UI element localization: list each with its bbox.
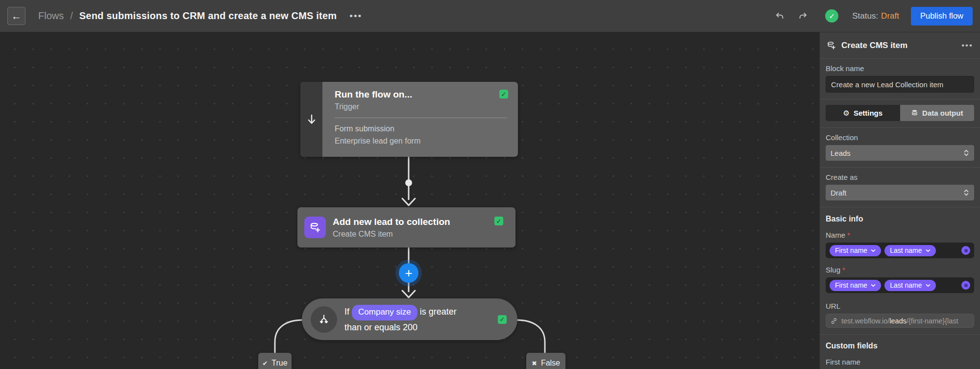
check-icon: ✓ [496,218,502,225]
cms-add-icon [304,217,326,238]
chevron-down-icon [871,284,876,287]
trigger-detail-type: Form submission [335,124,507,133]
add-step-button[interactable]: + [399,263,418,283]
slug-label-text: Slug [826,266,840,274]
name-field-input[interactable]: First name Last name [826,243,974,258]
create-as-value: Draft [831,189,847,197]
chevron-down-icon [871,249,876,252]
name-pill-first-name[interactable]: First name [830,245,881,256]
required-marker: * [847,231,850,239]
collection-value: Leads [831,149,851,157]
slug-pill-first-name[interactable]: First name [830,280,881,291]
data-output-icon [911,109,918,117]
collection-section: Collection Leads [820,128,980,168]
trigger-detail-form: Enterprise lead gen form [335,137,507,146]
true-branch-label: True [271,359,287,368]
status-text: Status:Draft [852,11,899,21]
saved-check-icon: ✓ [825,9,838,23]
connector-dot [405,179,412,186]
url-text: test.webflow.io/leads/{first-name}{last [841,317,958,325]
panel-title: Create CMS item [841,41,907,50]
custom-fields-heading: Custom fields [826,342,974,350]
custom-fields-section: Custom fields First name [820,335,980,369]
check-icon: ✓ [501,91,507,98]
trigger-subtitle: Trigger [335,102,507,111]
status-label: Status: [852,11,878,21]
trigger-body: Run the flow on... Trigger Form submissi… [322,82,518,157]
url-preview-field: test.webflow.io/leads/{first-name}{last [826,314,974,328]
more-options-icon[interactable]: ••• [349,11,362,22]
tab-settings-label: Settings [854,109,882,117]
tab-settings[interactable]: ⚙ Settings [826,105,900,121]
condition-operator: is greater [420,307,457,317]
create-as-select[interactable]: Draft [826,185,974,200]
action-title: Add new lead to collection [333,217,450,227]
create-as-label: Create as [826,173,974,181]
url-prefix: test.webflow.io/ [841,317,889,325]
basic-info-section: Basic info Name* First name Last name Sl… [820,207,980,335]
collection-select[interactable]: Leads [826,145,974,161]
chevron-down-icon [926,284,931,287]
required-marker: * [842,266,845,274]
plus-icon: + [405,266,412,281]
gear-icon: ⚙ [843,109,849,117]
action-node-text: Add new lead to collection Create CMS it… [333,217,450,239]
slug-pill-last-name[interactable]: Last name [884,280,935,291]
condition-text: If Company size is greater than or equal… [344,305,457,334]
variable-dot-icon[interactable] [961,246,970,255]
create-as-section: Create as Draft [820,168,980,207]
trigger-node[interactable]: Run the flow on... Trigger Form submissi… [300,82,518,157]
false-branch-button[interactable]: ✖ False [526,353,565,369]
url-label: URL [826,302,974,310]
condition-status-checkbox[interactable]: ✓ [498,315,507,324]
condition-node[interactable]: If Company size is greater than or equal… [302,298,517,340]
condition-variable-pill[interactable]: Company size [352,305,417,320]
trigger-title: Run the flow on... [335,89,507,100]
name-pill-last-name[interactable]: Last name [884,245,935,256]
basic-info-heading: Basic info [826,215,974,223]
trigger-arrow-icon [307,114,317,125]
condition-prefix: If [344,307,349,317]
pill-label: Last name [890,246,922,254]
pill-label: First name [835,281,867,289]
check-icon: ✓ [500,316,505,323]
redo-icon [798,11,808,22]
publish-flow-button[interactable]: Publish flow [911,7,973,25]
redo-button[interactable] [796,9,810,24]
action-status-checkbox[interactable]: ✓ [494,217,503,225]
breadcrumb-flows[interactable]: Flows [38,10,64,22]
chevron-down-icon [926,249,931,252]
tab-data-output[interactable]: Data output [900,105,975,121]
condition-line2: than or equals 200 [344,320,457,334]
link-icon [831,318,837,324]
first-name-field-label: First name [826,358,974,366]
block-name-input[interactable]: Create a new Lead Collection item [826,76,974,93]
block-name-section: Block name Create a new Lead Collection … [820,59,980,99]
settings-panel: Create CMS item ••• Block name Create a … [819,32,980,369]
tab-data-output-label: Data output [922,109,963,117]
true-branch-button[interactable]: ✔ True [258,353,292,369]
back-button[interactable]: ← [7,7,25,25]
pill-label: First name [835,246,867,254]
stepper-icon [963,189,969,197]
trigger-status-checkbox[interactable]: ✓ [499,90,508,98]
stepper-icon [963,149,969,157]
checkmark-icon: ✔ [262,360,268,367]
action-subtitle: Create CMS item [333,230,450,239]
slug-field-label: Slug* [826,266,974,274]
cms-item-icon [827,41,836,50]
undo-button[interactable] [772,9,787,24]
url-collection-slug: leads [889,317,906,325]
undo-icon [774,11,785,22]
panel-more-options-icon[interactable]: ••• [961,41,973,50]
block-name-label: Block name [826,64,974,73]
name-field-label: Name* [826,231,974,239]
flow-canvas[interactable]: Run the flow on... Trigger Form submissi… [0,32,819,369]
panel-tabs: ⚙ Settings Data output [826,105,974,121]
topbar-actions: ✓ Status:Draft Publish flow [763,7,973,25]
variable-dot-icon[interactable] [961,281,970,290]
branch-split-icon [311,306,337,333]
status-badge: Draft [881,11,899,21]
create-cms-item-node[interactable]: Add new lead to collection Create CMS it… [297,207,515,247]
slug-field-input[interactable]: First name Last name [826,277,974,293]
